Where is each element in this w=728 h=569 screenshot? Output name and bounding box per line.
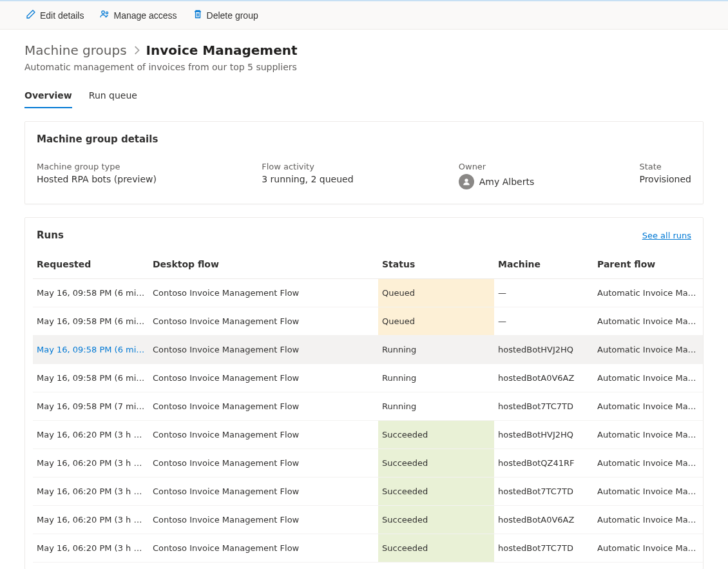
table-row[interactable]: May 16, 09:58 PM (6 min ago)Contoso Invo… [33,307,703,336]
cell-desktop-flow: Contoso Invoice Management Flow [149,421,378,449]
cell-desktop-flow: Contoso Invoice Management Flow [149,307,378,336]
manage-access-label: Manage access [113,10,177,21]
breadcrumb-parent[interactable]: Machine groups [24,43,127,58]
cell-desktop-flow: Contoso Invoice Management Flow [149,534,378,563]
toolbar: Edit details Manage access Delete group [0,1,728,30]
cell-desktop-flow: Contoso Invoice Management Flow [149,279,378,307]
cell-requested: May 16, 06:20 PM (3 h ago) [33,506,149,534]
runs-header: Runs See all runs [25,218,703,254]
cell-parent-flow: Automatic Invoice Manage... [593,506,703,534]
cell-parent-flow: Automatic Invoice Manage... [593,534,703,563]
cell-requested: May 16, 09:58 PM (6 min ago) [33,364,149,392]
table-row[interactable]: May 16, 09:58 PM (7 min ago)Contoso Invo… [33,392,703,421]
cell-requested: May 16, 09:58 PM (6 min ago) [33,336,149,364]
table-row[interactable]: May 16, 06:20 PM (3 h ago)Contoso Invoic… [33,421,703,449]
trash-icon [193,9,203,21]
cell-status: Running [378,364,494,392]
details-card: Machine group details Machine group type… [24,121,704,204]
col-machine[interactable]: Machine [494,254,593,279]
cell-requested: May 16, 09:58 PM (6 min ago) [33,307,149,336]
cell-status: Succeeded [378,506,494,534]
svg-point-0 [102,11,104,14]
table-row[interactable]: May 16, 06:20 PM (3 h ago)Contoso Invoic… [33,506,703,534]
runs-table: Requested Desktop flow Status Machine Pa… [33,254,703,563]
cell-parent-flow: Automatic Invoice Manage... [593,421,703,449]
cell-desktop-flow: Contoso Invoice Management Flow [149,336,378,364]
cell-parent-flow: Automatic Invoice Manage... [593,449,703,477]
detail-owner-label: Owner [459,162,534,171]
table-row[interactable]: May 16, 09:58 PM (6 min ago)Contoso Invo… [33,364,703,392]
cell-machine: — [494,279,593,307]
cell-desktop-flow: Contoso Invoice Management Flow [149,477,378,506]
runs-title: Runs [37,229,64,241]
detail-activity-value: 3 running, 2 queued [262,174,353,184]
cell-status: Queued [378,307,494,336]
col-parent-flow[interactable]: Parent flow [593,254,703,279]
cell-requested: May 16, 06:20 PM (3 h ago) [33,534,149,563]
detail-state-value: Provisioned [639,174,691,184]
detail-activity: Flow activity 3 running, 2 queued [262,162,353,189]
cell-machine: hostedBot7TC7TD [494,534,593,563]
detail-type: Machine group type Hosted RPA bots (prev… [37,162,157,189]
detail-activity-label: Flow activity [262,162,353,171]
cell-status: Succeeded [378,421,494,449]
detail-state: State Provisioned [639,162,691,189]
detail-owner-value: Amy Alberts [479,177,534,187]
people-icon [99,9,110,21]
svg-point-1 [106,12,108,14]
cell-requested: May 16, 06:20 PM (3 h ago) [33,421,149,449]
cell-status: Succeeded [378,449,494,477]
svg-point-2 [465,178,468,182]
cell-desktop-flow: Contoso Invoice Management Flow [149,449,378,477]
table-row[interactable]: May 16, 06:20 PM (3 h ago)Contoso Invoic… [33,534,703,563]
table-row[interactable]: May 16, 06:20 PM (3 h ago)Contoso Invoic… [33,477,703,506]
cell-desktop-flow: Contoso Invoice Management Flow [149,392,378,421]
cell-parent-flow: Automatic Invoice Manage... [593,364,703,392]
breadcrumb-current: Invoice Management [146,43,298,58]
cell-machine: — [494,307,593,336]
avatar-icon [459,174,474,189]
cell-requested: May 16, 09:58 PM (6 min ago) [33,279,149,307]
delete-group-label: Delete group [207,10,258,21]
cell-desktop-flow: Contoso Invoice Management Flow [149,506,378,534]
cell-machine: hostedBotHVJ2HQ [494,421,593,449]
table-row[interactable]: May 16, 09:58 PM (6 min ago)Contoso Invo… [33,336,703,364]
see-all-runs-link[interactable]: See all runs [642,231,691,240]
cell-status: Running [378,336,494,364]
cell-parent-flow: Automatic Invoice Manage... [593,307,703,336]
detail-owner: Owner Amy Alberts [459,162,534,189]
manage-access-button[interactable]: Manage access [98,6,178,24]
edit-details-button[interactable]: Edit details [24,6,85,24]
delete-group-button[interactable]: Delete group [191,6,260,24]
cell-machine: hostedBot7TC7TD [494,477,593,506]
chevron-right-icon [133,43,140,58]
cell-parent-flow: Automatic Invoice Manage... [593,477,703,506]
col-requested[interactable]: Requested [33,254,149,279]
cell-machine: hostedBotA0V6AZ [494,506,593,534]
cell-requested: May 16, 06:20 PM (3 h ago) [33,449,149,477]
cell-status: Running [378,392,494,421]
details-grid: Machine group type Hosted RPA bots (prev… [37,162,691,189]
cell-requested: May 16, 09:58 PM (7 min ago) [33,392,149,421]
table-row[interactable]: May 16, 09:58 PM (6 min ago)Contoso Invo… [33,279,703,307]
cell-machine: hostedBotQZ41RF [494,449,593,477]
cell-requested: May 16, 06:20 PM (3 h ago) [33,477,149,506]
cell-machine: hostedBot7TC7TD [494,392,593,421]
breadcrumb: Machine groups Invoice Management [24,43,704,58]
cell-parent-flow: Automatic Invoice Manage... [593,392,703,421]
cell-parent-flow: Automatic Invoice Manage... [593,336,703,364]
details-card-title: Machine group details [37,133,691,145]
detail-type-label: Machine group type [37,162,157,171]
col-status[interactable]: Status [378,254,494,279]
group-description: Automatic management of invoices from ou… [24,62,704,72]
main-content: Machine groups Invoice Management Automa… [0,30,728,569]
cell-desktop-flow: Contoso Invoice Management Flow [149,364,378,392]
tab-overview[interactable]: Overview [24,86,72,108]
tabs: Overview Run queue [24,86,704,108]
cell-status: Queued [378,279,494,307]
col-desktop-flow[interactable]: Desktop flow [149,254,378,279]
table-row[interactable]: May 16, 06:20 PM (3 h ago)Contoso Invoic… [33,449,703,477]
detail-state-label: State [639,162,691,171]
tab-run-queue[interactable]: Run queue [89,86,137,108]
runs-card: Runs See all runs Requested Desktop flow… [24,217,704,569]
